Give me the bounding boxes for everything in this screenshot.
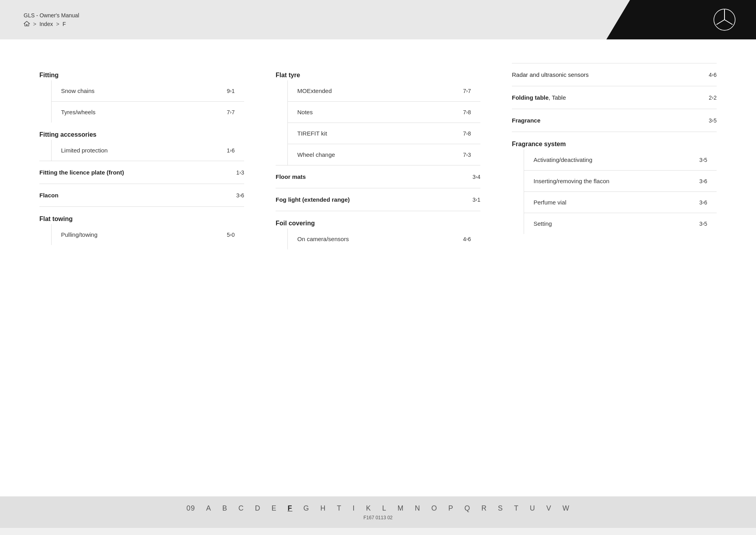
alpha-B[interactable]: B [222, 504, 227, 513]
tirefit-label[interactable]: TIREFIT kit [297, 130, 327, 137]
section-flat-towing: Flat towing Pulling/towing 5›0 [39, 207, 244, 245]
folding-table-page[interactable]: 2›2 [709, 95, 717, 101]
page-arrow: › [466, 236, 468, 242]
setting-label[interactable]: Setting [534, 220, 552, 227]
alpha-I[interactable]: I [352, 504, 355, 513]
section-fragrance-system: Fragrance system Activating/deactivating… [512, 132, 717, 234]
tyres-wheels-page[interactable]: 7›7 [227, 109, 235, 115]
limited-protection-label[interactable]: Limited protection [61, 147, 107, 154]
fog-light-label[interactable]: Fog light (extended range) [276, 196, 350, 203]
main-content: Fitting Snow chains 9›1 Tyres/wheels 7›7 [0, 39, 756, 496]
snow-chains-label[interactable]: Snow chains [61, 87, 94, 94]
pulling-towing-label[interactable]: Pulling/towing [61, 231, 98, 238]
alpha-C[interactable]: C [238, 504, 244, 513]
section-title-fragrance-system: Fragrance system [512, 132, 717, 149]
wheel-change-label[interactable]: Wheel change [297, 151, 335, 158]
alpha-V[interactable]: V [547, 504, 552, 513]
inserting-flacon-page[interactable]: 3›6 [699, 178, 707, 184]
radar-label[interactable]: Radar and ultrasonic sensors [512, 71, 589, 78]
page-arrow: › [230, 88, 232, 94]
radar-page[interactable]: 4›6 [709, 72, 717, 78]
foil-covering-sub-entries: On camera/sensors 4›6 [287, 228, 480, 249]
alpha-U[interactable]: U [530, 504, 536, 513]
section-title-flat-tyre: Flat tyre [276, 63, 480, 80]
page-arrow: › [712, 117, 713, 123]
licence-plate-label[interactable]: Fitting the licence plate (front) [39, 169, 124, 176]
alpha-K[interactable]: K [366, 504, 371, 513]
tirefit-page[interactable]: 7›8 [463, 130, 471, 137]
header: GLS - Owner's Manual > Index > F [0, 0, 756, 39]
alpha-T[interactable]: T [337, 504, 341, 513]
alpha-L[interactable]: L [382, 504, 387, 513]
list-item: Tyres/wheels 7›7 [52, 102, 244, 123]
moextended-label[interactable]: MOExtended [297, 87, 332, 94]
alpha-P[interactable]: P [448, 504, 454, 513]
alpha-O[interactable]: O [432, 504, 437, 513]
fragrance-system-sub-entries: Activating/deactivating 3›5 Inserting/re… [524, 149, 717, 234]
inserting-flacon-label[interactable]: Inserting/removing the flacon [534, 178, 610, 184]
page-arrow: › [476, 174, 477, 180]
page-arrow: › [466, 130, 468, 136]
floor-mats-page[interactable]: 3›4 [472, 174, 480, 180]
alpha-A[interactable]: A [206, 504, 211, 513]
list-item: Activating/deactivating 3›5 [524, 149, 717, 171]
fragrance-page[interactable]: 3›5 [709, 117, 717, 124]
fog-light-page[interactable]: 3›1 [472, 197, 480, 203]
alpha-E[interactable]: E [271, 504, 276, 513]
column-1: Fitting Snow chains 9›1 Tyres/wheels 7›7 [39, 63, 244, 249]
alpha-N[interactable]: N [415, 504, 421, 513]
alpha-Q[interactable]: Q [465, 504, 471, 513]
flacon-page[interactable]: 3›6 [236, 192, 244, 199]
fragrance-label[interactable]: Fragrance [512, 117, 541, 124]
snow-chains-page[interactable]: 9›1 [227, 88, 235, 94]
setting-page[interactable]: 3›5 [699, 221, 707, 227]
section-fitting-accessories: Fitting accessories Limited protection 1… [39, 123, 244, 161]
header-left: GLS - Owner's Manual > Index > F [24, 12, 79, 28]
camera-sensors-label[interactable]: On camera/sensors [297, 236, 349, 242]
licence-plate-page[interactable]: 1›3 [236, 169, 244, 176]
section-fog-light: Fog light (extended range) 3›1 [276, 188, 480, 211]
flat-towing-sub-entries: Pulling/towing 5›0 [51, 224, 244, 245]
alpha-09[interactable]: 09 [186, 504, 195, 513]
perfume-vial-label[interactable]: Perfume vial [534, 199, 566, 206]
section-title-flat-towing: Flat towing [39, 207, 244, 224]
floor-mats-label[interactable]: Floor mats [276, 173, 306, 180]
tyres-wheels-label[interactable]: Tyres/wheels [61, 109, 96, 115]
activating-page[interactable]: 3›5 [699, 157, 707, 163]
page-arrow: › [702, 221, 704, 227]
section-flacon: Flacon 3›6 [39, 184, 244, 207]
alpha-D[interactable]: D [255, 504, 260, 513]
activating-label[interactable]: Activating/deactivating [534, 156, 592, 163]
pulling-towing-page[interactable]: 5›0 [227, 232, 235, 238]
notes-page[interactable]: 7›8 [463, 109, 471, 115]
section-title-fitting: Fitting [39, 63, 244, 80]
flat-tyre-sub-entries: MOExtended 7›7 Notes 7›8 TIREFIT kit [287, 80, 480, 165]
camera-sensors-page[interactable]: 4›6 [463, 236, 471, 242]
page-arrow: › [476, 197, 477, 202]
alpha-M[interactable]: M [398, 504, 404, 513]
moextended-page[interactable]: 7›7 [463, 88, 471, 94]
folding-table-label[interactable]: Folding table, Table [512, 94, 566, 101]
alpha-H[interactable]: H [320, 504, 326, 513]
perfume-vial-page[interactable]: 3›6 [699, 199, 707, 206]
alpha-T2[interactable]: T [514, 504, 519, 513]
footer: 09 A B C D E F G H T I K L M N O P Q R S… [0, 496, 756, 528]
breadcrumb-index[interactable]: Index [39, 21, 53, 27]
list-item: Pulling/towing 5›0 [52, 224, 244, 245]
home-icon[interactable] [24, 21, 30, 28]
section-foil-covering: Foil covering On camera/sensors 4›6 [276, 211, 480, 249]
flacon-label[interactable]: Flacon [39, 192, 58, 199]
limited-protection-page[interactable]: 1›6 [227, 147, 235, 154]
section-radar: Radar and ultrasonic sensors 4›6 [512, 63, 717, 86]
alpha-W[interactable]: W [563, 504, 570, 513]
alpha-F[interactable]: F [287, 504, 292, 513]
section-fragrance: Fragrance 3›5 [512, 109, 717, 132]
notes-label[interactable]: Notes [297, 109, 313, 115]
page-arrow: › [230, 147, 232, 153]
wheel-change-page[interactable]: 7›3 [463, 152, 471, 158]
alpha-S[interactable]: S [498, 504, 503, 513]
alpha-R[interactable]: R [482, 504, 487, 513]
alpha-G[interactable]: G [303, 504, 309, 513]
breadcrumb: > Index > F [24, 21, 79, 28]
list-item: Snow chains 9›1 [52, 80, 244, 102]
